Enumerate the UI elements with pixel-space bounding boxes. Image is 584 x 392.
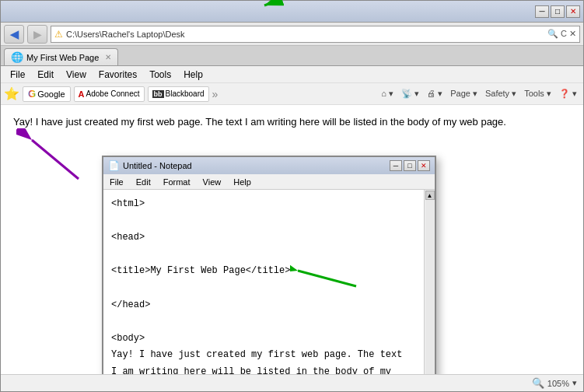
active-tab[interactable]: 🌐 My First Web Page ✕ xyxy=(4,48,118,65)
title-tag-text: <title>My First Web Page</title> xyxy=(111,265,290,276)
address-text: C:\Users\Rachel's Laptop\Desk xyxy=(66,30,544,39)
zoom-level: 105% xyxy=(547,379,569,388)
notepad-menu-file[interactable]: File xyxy=(103,177,130,187)
code-line-blank3 xyxy=(111,280,416,297)
code-line-body-text2: I am writing here will be listed in the … xyxy=(111,364,416,374)
notepad-icon: 📄 xyxy=(108,160,120,171)
svg-line-5 xyxy=(298,271,356,286)
notepad-code: <html> <head> <title>My First Web Page</… xyxy=(111,196,416,374)
zoom-icon: 🔍 xyxy=(532,377,544,389)
svg-line-3 xyxy=(32,140,79,179)
green-title-arrow xyxy=(290,259,360,290)
menu-tools[interactable]: Tools xyxy=(143,68,177,82)
code-line-html-open: <html> xyxy=(111,196,416,213)
page-menu[interactable]: Page ▾ xyxy=(447,89,481,99)
toolbar-right: ⌂ ▾ 📡 ▾ 🖨 ▾ Page ▾ Safety ▾ Tools ▾ ❓ ▾ xyxy=(378,89,580,99)
forward-button[interactable]: ▶ xyxy=(27,25,47,44)
bb-icon: bb xyxy=(152,90,164,98)
notepad-minimize[interactable]: ─ xyxy=(390,160,402,171)
bb-label: Blackboard xyxy=(166,89,205,98)
notepad-close[interactable]: ✕ xyxy=(418,160,430,171)
tab-bar: 🌐 My First Web Page ✕ xyxy=(1,46,583,66)
menu-view[interactable]: View xyxy=(60,68,93,82)
code-line-head-open: <head> xyxy=(111,229,416,247)
address-actions: 🔍 C ✕ xyxy=(547,29,576,39)
code-line-head-close: </head> xyxy=(111,297,416,314)
minimize-button[interactable]: ─ xyxy=(535,5,549,18)
zoom-info: 🔍 105% ▾ xyxy=(532,377,577,389)
tab-close-button[interactable]: ✕ xyxy=(105,53,111,61)
adobe-connect-button[interactable]: A Adobe Connect xyxy=(74,86,145,102)
menu-edit[interactable]: Edit xyxy=(31,68,60,82)
adobe-label: Adobe Connect xyxy=(86,89,140,98)
google-label: Google xyxy=(37,89,65,99)
title-bar: ─ □ ✕ xyxy=(1,1,583,23)
notepad-menu-view[interactable]: View xyxy=(197,177,228,187)
notepad-window: 📄 Untitled - Notepad ─ □ ✕ File Edit For… xyxy=(102,156,436,374)
notepad-title-buttons: ─ □ ✕ xyxy=(390,160,430,171)
maximize-button[interactable]: □ xyxy=(551,5,565,18)
code-line-blank4 xyxy=(111,313,416,331)
close-button[interactable]: ✕ xyxy=(566,5,580,18)
address-box[interactable]: ⚠ C:\Users\Rachel's Laptop\Desk 🔍 C ✕ xyxy=(51,26,580,43)
browser-window: ─ □ ✕ ◀ ▶ ⚠ C:\Users\Rachel's Laptop\Des… xyxy=(0,0,584,392)
code-line-body-text1: Yay! I have just created my first web pa… xyxy=(111,347,416,364)
print-icon[interactable]: 🖨 ▾ xyxy=(424,89,446,99)
notepad-menu-edit[interactable]: Edit xyxy=(130,177,157,187)
notepad-menu: File Edit Format View Help xyxy=(103,174,435,190)
more-tools-indicator[interactable]: » xyxy=(212,88,219,100)
tab-label: My First Web Page xyxy=(26,53,99,62)
google-toolbar-button[interactable]: G Google xyxy=(23,86,71,102)
google-g-icon: G xyxy=(28,88,36,100)
code-line-blank2 xyxy=(111,247,416,264)
status-bar: 🔍 105% ▾ xyxy=(1,374,583,391)
toolbar: ⭐ G Google A Adobe Connect bb Blackboard… xyxy=(1,83,583,105)
scrollbar[interactable]: ▲ ▼ xyxy=(424,190,435,374)
notepad-menu-format[interactable]: Format xyxy=(157,177,197,187)
tab-icon: 🌐 xyxy=(11,51,23,63)
menu-bar: File Edit View Favorites Tools Help xyxy=(1,66,583,83)
notepad-title-bar: 📄 Untitled - Notepad ─ □ ✕ xyxy=(103,157,435,174)
menu-file[interactable]: File xyxy=(4,68,31,82)
scroll-track xyxy=(425,200,435,374)
notepad-title: Untitled - Notepad xyxy=(123,161,390,170)
help-icon[interactable]: ❓ ▾ xyxy=(556,89,580,99)
safety-menu[interactable]: Safety ▾ xyxy=(482,89,519,99)
notepad-menu-help[interactable]: Help xyxy=(227,177,257,187)
address-bar-row: ◀ ▶ ⚠ C:\Users\Rachel's Laptop\Desk 🔍 C … xyxy=(1,23,583,46)
content-area: Yay! I have just created my first web pa… xyxy=(1,105,583,374)
back-button[interactable]: ◀ xyxy=(4,25,24,44)
notepad-maximize[interactable]: □ xyxy=(404,160,416,171)
rss-icon[interactable]: 📡 ▾ xyxy=(398,89,422,99)
code-line-title: <title>My First Web Page</title> xyxy=(111,263,416,280)
zoom-dropdown-icon[interactable]: ▾ xyxy=(572,378,577,388)
purple-page-arrow xyxy=(16,128,94,183)
address-icon: ⚠ xyxy=(54,29,63,40)
menu-favorites[interactable]: Favorites xyxy=(93,68,143,82)
title-bar-buttons: ─ □ ✕ xyxy=(535,5,580,18)
code-line-blank1 xyxy=(111,213,416,230)
code-line-body-open: <body> xyxy=(111,331,416,348)
tools-menu[interactable]: Tools ▾ xyxy=(521,89,554,99)
menu-help[interactable]: Help xyxy=(177,68,209,82)
adobe-icon: A xyxy=(79,89,85,99)
scroll-up-button[interactable]: ▲ xyxy=(425,191,435,200)
home-icon[interactable]: ⌂ ▾ xyxy=(378,89,397,99)
favorites-icon[interactable]: ⭐ xyxy=(4,86,19,102)
blackboard-button[interactable]: bb Blackboard xyxy=(148,86,209,102)
notepad-editor[interactable]: <html> <head> <title>My First Web Page</… xyxy=(103,190,424,374)
